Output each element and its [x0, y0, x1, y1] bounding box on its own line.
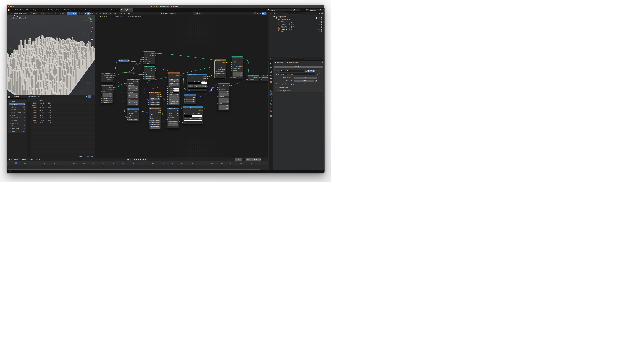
- svg-text:X: X: [91, 21, 91, 22]
- svg-text:Y: Y: [90, 19, 91, 20]
- svg-text:Z: Z: [88, 17, 89, 18]
